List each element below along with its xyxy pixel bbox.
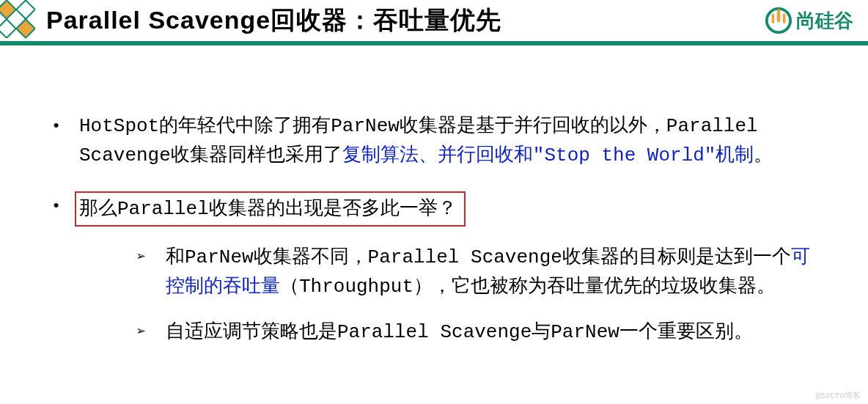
svg-rect-1	[16, 0, 34, 18]
brand-icon	[765, 7, 792, 34]
bullet-marker: •	[51, 111, 79, 171]
sub-text: 自适应调节策略也是Parallel Scavenge与ParNew一个重要区别。	[166, 317, 753, 347]
watermark-text: @51CTO博客	[815, 390, 861, 401]
bullet-text: 那么Parallel收集器的出现是否多此一举？ ➢ 和ParNew收集器不同，P…	[79, 191, 817, 364]
slide-header: Parallel Scavenge回收器：吞吐量优先 尚硅谷	[0, 0, 868, 45]
svg-rect-2	[0, 19, 16, 37]
sub-bullet-item: ➢ 和ParNew收集器不同，Parallel Scavenge收集器的目标则是…	[136, 243, 817, 302]
svg-rect-3	[16, 19, 34, 37]
arrow-marker-icon: ➢	[136, 317, 166, 347]
text-segment: 。	[754, 144, 773, 166]
header-left: Parallel Scavenge回收器：吞吐量优先	[0, 3, 501, 38]
bullet-text: HotSpot的年轻代中除了拥有ParNew收集器是基于并行回收的以外，Para…	[79, 111, 817, 171]
brand-text: 尚硅谷	[796, 8, 853, 34]
sub-bullet-item: ➢ 自适应调节策略也是Parallel Scavenge与ParNew一个重要区…	[136, 317, 817, 347]
text-segment: 和ParNew收集器不同，Parallel Scavenge收集器的目标则是达到…	[166, 246, 791, 268]
text-segment: （Throughput），它也被称为吞吐量优先的垃圾收集器。	[280, 276, 776, 298]
highlight-text: 复制算法、并行回收和"Stop the World"机制	[342, 144, 754, 166]
slide-body: • HotSpot的年轻代中除了拥有ParNew收集器是基于并行回收的以外，Pa…	[0, 45, 868, 364]
svg-rect-0	[0, 0, 16, 18]
slide-title: Parallel Scavenge回收器：吞吐量优先	[46, 4, 501, 37]
bullet-item: • HotSpot的年轻代中除了拥有ParNew收集器是基于并行回收的以外，Pa…	[51, 111, 817, 171]
deco-diamond-icon	[0, 0, 35, 38]
arrow-marker-icon: ➢	[136, 243, 166, 302]
sub-list: ➢ 和ParNew收集器不同，Parallel Scavenge收集器的目标则是…	[136, 243, 817, 348]
bullet-item: • 那么Parallel收集器的出现是否多此一举？ ➢ 和ParNew收集器不同…	[51, 191, 817, 364]
sub-text: 和ParNew收集器不同，Parallel Scavenge收集器的目标则是达到…	[166, 243, 817, 302]
brand-logo: 尚硅谷	[765, 7, 853, 34]
highlighted-question-box: 那么Parallel收集器的出现是否多此一举？	[75, 191, 466, 227]
